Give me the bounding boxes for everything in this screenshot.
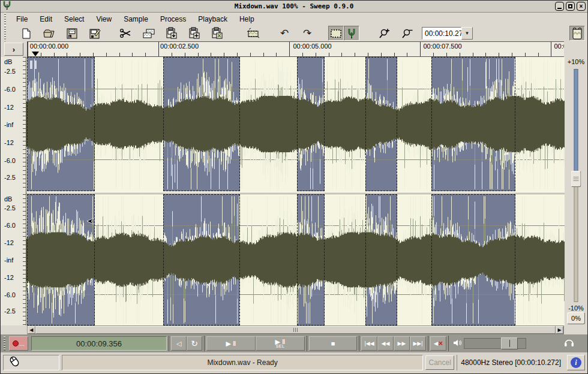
scroll-right-button[interactable]: ▶ — [556, 326, 563, 334]
zoom-out-button[interactable] — [400, 26, 416, 41]
slider-track-upper[interactable] — [574, 69, 578, 178]
volume-handle[interactable] — [501, 337, 518, 349]
menubar: File Edit Select View Sample Process Pla… — [1, 13, 587, 25]
paste-button[interactable] — [164, 26, 179, 41]
cut-scissors-icon — [119, 28, 133, 40]
record-button[interactable]: ... — [9, 336, 28, 351]
rewind-button[interactable]: ◀◀ — [377, 336, 394, 351]
minimize-button[interactable] — [555, 2, 564, 11]
close-icon: × — [580, 3, 583, 10]
waveform-channel-1[interactable] — [26, 57, 565, 191]
paste-xfade-button[interactable] — [209, 26, 225, 41]
db-label: -2.5 — [4, 307, 16, 315]
db-label: -2.5 — [4, 174, 16, 181]
db-unit-label: dB — [4, 58, 12, 65]
menu-file[interactable]: File — [10, 14, 34, 25]
db-label: -6.0 — [4, 157, 16, 164]
menu-select[interactable]: Select — [58, 14, 90, 25]
menu-sample[interactable]: Sample — [118, 14, 154, 25]
hscroll-row: ◀ ▶ — [1, 325, 587, 334]
vertical-zoom-slider[interactable] — [565, 67, 587, 303]
horizontal-scrollbar[interactable]: ◀ ▶ — [27, 325, 564, 334]
open-button[interactable] — [41, 26, 57, 41]
volume-slider[interactable] — [464, 338, 526, 349]
mute-x-icon: × — [439, 339, 443, 348]
record-icon — [13, 340, 19, 346]
zoom-reset-button[interactable]: 0% — [567, 312, 585, 324]
expander-button[interactable]: › — [4, 43, 23, 56]
headphones-icon[interactable] — [564, 338, 574, 349]
playback-time-display[interactable]: 00:00:09.356 — [31, 336, 167, 351]
duration-combo: 00:00:10.272 ▼ — [422, 27, 473, 40]
waveform-channel-2[interactable] — [26, 194, 565, 325]
toolbar-gripper[interactable] — [3, 25, 8, 41]
scroll-left-button[interactable]: ◀ — [28, 326, 35, 334]
play-pause-button[interactable]: ▶ Ⅱ — [206, 336, 256, 351]
format-info-panel: 48000Hz Stereo [00:00:10.272] — [457, 355, 565, 370]
loop-button[interactable]: ↻ — [187, 336, 202, 351]
db-label: -2.5 — [4, 204, 16, 212]
fork-tool-button[interactable] — [344, 26, 359, 41]
close-button[interactable]: × — [577, 2, 586, 11]
duration-dropdown-button[interactable]: ▼ — [461, 27, 473, 40]
ruler-label: 00:0 — [554, 43, 564, 50]
paste-mix-button[interactable] — [187, 26, 202, 41]
new-file-icon — [20, 28, 32, 40]
rect-select-tool-button[interactable] — [328, 26, 344, 41]
vertical-zoom-panel: +10% -10% 0% — [565, 57, 587, 325]
go-end-button[interactable]: ▶▶| — [410, 336, 426, 351]
duration-entry[interactable]: 00:00:10.272 — [422, 27, 461, 40]
save-button[interactable]: L — [64, 26, 80, 41]
undo-icon: ↶ — [280, 28, 289, 38]
arrow-right-icon: ▶ — [558, 327, 562, 333]
save-as-button[interactable] — [87, 26, 103, 41]
ffwd-button[interactable]: ▶▶ — [394, 336, 410, 351]
stop-button[interactable]: ■ — [309, 336, 357, 351]
status-message-panel: Mixdown.wav - Ready — [62, 355, 423, 370]
scripts-button[interactable] — [569, 26, 585, 41]
scrollbar-thumb[interactable] — [35, 326, 556, 334]
save-icon: L — [66, 28, 78, 40]
mouse-cursor — [86, 216, 94, 227]
save-as-icon — [89, 28, 101, 40]
paste-xfade-icon — [211, 27, 224, 40]
zoom-top-label: +10% — [568, 58, 584, 65]
slider-track-lower[interactable] — [574, 178, 578, 302]
slider-handle[interactable] — [571, 171, 581, 187]
play-reverse-button[interactable]: ◁ — [171, 336, 187, 351]
titlebar[interactable]: Mixdown.wav 100% - Sweep 0.9.0 × — [1, 1, 587, 13]
db-scale-channel-2: dB -2.5 -6.0 -12 -inf -12 -6.0 -2.5 — [1, 194, 26, 325]
transport-bar: ... 00:00:09.356 ◁ ↻ ▶ Ⅱ ▶ ⅡSEL ■ |◀◀ ◀◀… — [1, 334, 587, 352]
menu-edit[interactable]: Edit — [34, 14, 58, 25]
zoom-in-button[interactable] — [377, 26, 393, 41]
info-button[interactable]: i — [567, 355, 585, 370]
crop-button[interactable] — [245, 26, 261, 41]
ruler-label: 00:00:07.500 — [424, 43, 462, 50]
db-label: -6.0 — [4, 86, 16, 93]
mute-button[interactable]: ◀× — [430, 336, 446, 351]
menu-playback[interactable]: Playback — [192, 14, 233, 25]
ruler-row: › 00:00:00.000 00:00:02.500 00:00:05.000… — [1, 41, 587, 57]
time-ruler[interactable]: 00:00:00.000 00:00:02.500 00:00:05.000 0… — [27, 41, 564, 57]
menu-view[interactable]: View — [90, 14, 118, 25]
rewind-icon: ◀◀ — [382, 340, 390, 346]
cancel-button[interactable]: Cancel — [425, 355, 454, 370]
playhead-marker[interactable] — [32, 52, 39, 56]
menu-process[interactable]: Process — [154, 14, 192, 25]
transport-gripper[interactable] — [2, 336, 7, 351]
new-file-button[interactable] — [19, 26, 34, 41]
db-label: -6.0 — [4, 222, 16, 229]
menu-help[interactable]: Help — [233, 14, 260, 25]
go-start-button[interactable]: |◀◀ — [361, 336, 377, 351]
cut-button[interactable] — [118, 26, 134, 41]
menubar-gripper[interactable] — [3, 13, 8, 25]
muted-speaker-icon: ◀ — [434, 340, 438, 346]
redo-button[interactable]: ↷ — [299, 26, 315, 41]
undo-button[interactable]: ↶ — [277, 26, 292, 41]
db-label: -6.0 — [4, 291, 16, 298]
ruler-label: 00:00:02.500 — [160, 43, 199, 50]
maximize-button[interactable] — [566, 2, 575, 11]
info-icon: i — [571, 357, 581, 368]
copy-button[interactable] — [141, 26, 157, 41]
play-selection-button[interactable]: ▶ ⅡSEL — [256, 336, 305, 351]
